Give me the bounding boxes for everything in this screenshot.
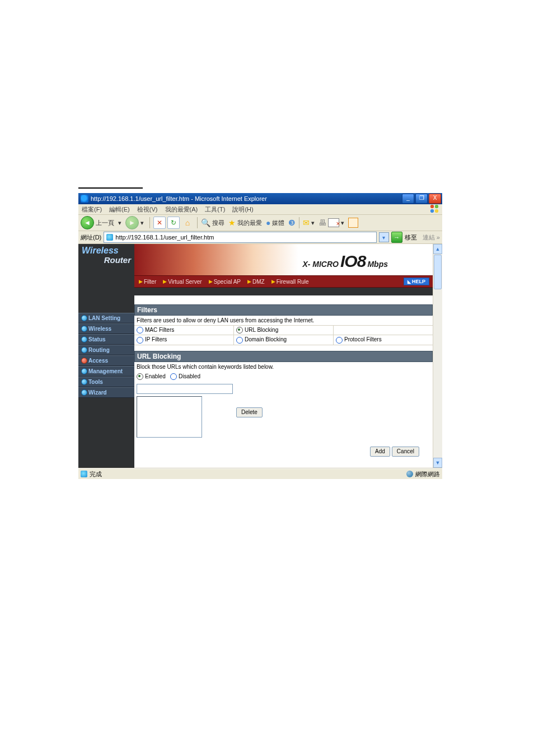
tab-filter[interactable]: ▶Filter — [139, 279, 156, 285]
go-label: 移至 — [405, 233, 417, 242]
toolbar: ◄ 上一頁 ▾ ► ▾ ✕ ↻ ⌂ 🔍 搜尋 ★ 我的最愛 ● 媒體 ❸ ✉▾ … — [78, 215, 442, 231]
menu-view[interactable]: 檢視(V) — [137, 206, 158, 213]
nav-wireless[interactable]: Wireless — [78, 323, 134, 334]
address-label: 網址(D) — [81, 233, 101, 242]
menu-file[interactable]: 檔案(F) — [82, 206, 102, 213]
maximize-button[interactable]: ❐ — [415, 194, 428, 204]
window-title: http://192.168.1.1/user_url_filter.htm -… — [91, 193, 267, 204]
status-done: 完成 — [90, 470, 102, 478]
main-content: X- MICRO IO8 Mbps ▶Filter ▶Virtual Serve… — [134, 244, 433, 468]
back-button[interactable]: ◄ — [81, 216, 94, 229]
go-button[interactable]: → — [391, 232, 402, 243]
status-zone: 網際網路 — [415, 470, 440, 478]
sidebar: Wireless Router LAN Setting Wireless Sta… — [78, 244, 134, 468]
radio-url-blocking[interactable]: URL Blocking — [234, 326, 334, 335]
discuss-icon[interactable] — [348, 218, 358, 228]
nav-management[interactable]: Management — [78, 366, 134, 377]
history-icon[interactable]: ❸ — [288, 218, 296, 227]
media-label[interactable]: 媒體 — [272, 219, 284, 227]
filters-heading: Filters — [134, 304, 433, 316]
ie-page-icon — [106, 234, 113, 241]
nav-status[interactable]: Status — [78, 334, 134, 345]
keyword-list[interactable] — [137, 396, 202, 438]
windows-flag-icon — [430, 204, 440, 213]
menu-bar: 檔案(F) 編輯(E) 檢視(V) 我的最愛(A) 工具(T) 說明(H) — [78, 204, 442, 215]
back-label: 上一頁 — [96, 219, 114, 227]
home-button[interactable]: ⌂ — [181, 217, 194, 229]
radio-ip-filters[interactable]: IP Filters — [134, 335, 234, 344]
banner-mbps: Mbps — [367, 260, 388, 269]
stop-button[interactable]: ✕ — [153, 217, 166, 229]
banner: X- MICRO IO8 Mbps — [134, 244, 433, 275]
add-button[interactable]: Add — [370, 447, 390, 457]
banner-io8: IO8 — [340, 252, 366, 270]
print-icon[interactable]: 🖶 — [318, 218, 326, 227]
address-input[interactable]: http://192.168.1.1/user_url_filter.htm — [104, 232, 377, 243]
back-dropdown[interactable]: ▾ — [118, 219, 121, 227]
ie-icon — [81, 195, 88, 203]
nav-lan-setting[interactable]: LAN Setting — [78, 313, 134, 323]
mail-icon[interactable]: ✉ — [303, 218, 310, 227]
favorites-icon[interactable]: ★ — [228, 218, 236, 227]
router-brand: Wireless Router — [78, 244, 134, 274]
window-titlebar: http://192.168.1.1/user_url_filter.htm -… — [78, 193, 442, 204]
refresh-button[interactable]: ↻ — [167, 217, 180, 229]
status-bar: 完成 網際網路 — [78, 468, 442, 479]
radio-disabled[interactable]: Disabled — [170, 373, 200, 379]
section-divider — [78, 187, 143, 189]
favorites-label[interactable]: 我的最愛 — [237, 219, 262, 227]
keyword-input[interactable] — [137, 384, 233, 394]
radio-mac-filters[interactable]: MAC Filters — [134, 326, 234, 335]
links-label[interactable]: 連結 » — [423, 233, 440, 242]
radio-domain-blocking[interactable]: Domain Blocking — [234, 335, 334, 344]
help-button[interactable]: HELP — [404, 278, 429, 285]
search-label[interactable]: 搜尋 — [212, 219, 224, 227]
menu-tools[interactable]: 工具(T) — [205, 206, 225, 213]
close-button[interactable]: X — [429, 194, 441, 204]
radio-enabled[interactable]: Enabled — [137, 373, 166, 379]
filters-description: Filters are used to allow or deny LAN us… — [134, 316, 433, 325]
content-viewport: Wireless Router LAN Setting Wireless Sta… — [78, 244, 442, 468]
tab-bar: ▶Filter ▶Virtual Server ▶Special AP ▶DMZ… — [134, 275, 433, 288]
banner-xmicro: X- MICRO — [302, 260, 339, 269]
nav-wizard[interactable]: Wizard — [78, 387, 134, 398]
delete-button[interactable]: Delete — [236, 407, 263, 417]
menu-edit[interactable]: 編輯(E) — [109, 206, 130, 213]
tab-dmz[interactable]: ▶DMZ — [247, 279, 265, 285]
address-url: http://192.168.1.1/user_url_filter.htm — [115, 234, 214, 241]
minimize-button[interactable]: _ — [402, 194, 414, 204]
menu-favorites[interactable]: 我的最愛(A) — [165, 206, 198, 213]
tab-special-ap[interactable]: ▶Special AP — [209, 279, 241, 285]
nav-access[interactable]: Access — [78, 355, 134, 366]
status-ie-icon — [81, 471, 87, 477]
media-icon[interactable]: ● — [266, 218, 270, 227]
url-blocking-description: Block those URLs which contain keywords … — [134, 362, 433, 372]
search-icon[interactable]: 🔍 — [201, 218, 210, 227]
menu-help[interactable]: 說明(H) — [232, 206, 253, 213]
zone-icon — [406, 471, 413, 477]
tab-virtual-server[interactable]: ▶Virtual Server — [163, 279, 202, 285]
nav-routing[interactable]: Routing — [78, 345, 134, 355]
forward-dropdown[interactable]: ▾ — [140, 219, 144, 227]
tab-firewall-rule[interactable]: ▶Firewall Rule — [271, 279, 309, 285]
edit-icon[interactable]: × — [328, 218, 339, 227]
scroll-thumb[interactable] — [434, 255, 442, 289]
url-blocking-heading: URL Blocking — [134, 351, 433, 362]
forward-button[interactable]: ► — [125, 216, 139, 229]
cancel-button[interactable]: Cancel — [392, 447, 419, 457]
radio-protocol-filters[interactable]: Protocol Filters — [334, 335, 433, 344]
nav-tools[interactable]: Tools — [78, 377, 134, 387]
scroll-up-arrow[interactable]: ▲ — [433, 244, 442, 254]
address-bar: 網址(D) http://192.168.1.1/user_url_filter… — [78, 231, 442, 244]
vertical-scrollbar[interactable]: ▲ ▼ — [433, 244, 442, 468]
scroll-down-arrow[interactable]: ▼ — [433, 458, 442, 468]
address-dropdown[interactable]: ▾ — [379, 232, 389, 242]
